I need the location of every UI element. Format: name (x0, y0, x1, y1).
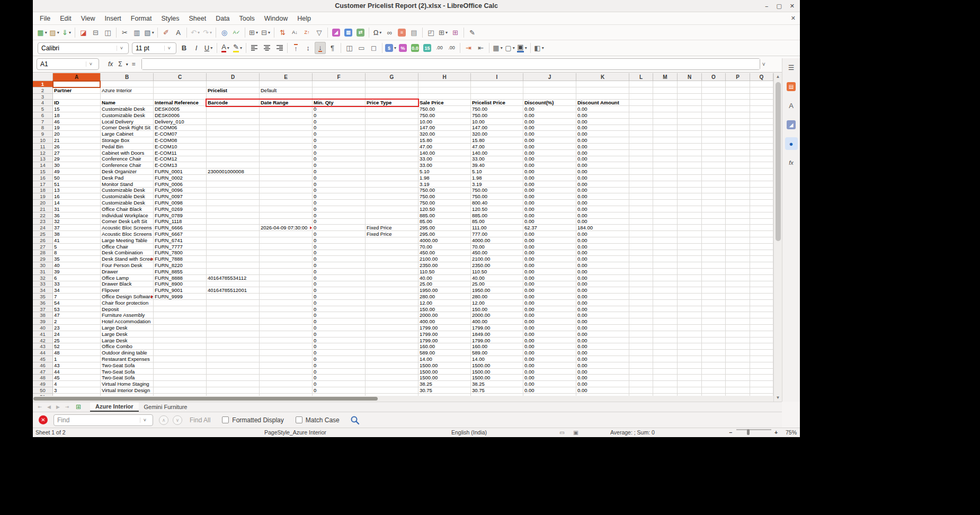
cell[interactable] (678, 250, 702, 256)
styles-icon[interactable]: A (785, 99, 798, 112)
cell[interactable]: 0 (313, 188, 366, 194)
cell[interactable]: 0.00 (576, 369, 629, 375)
cell[interactable] (207, 375, 260, 381)
cell[interactable] (726, 112, 750, 119)
formatted-display-checkbox[interactable] (222, 416, 229, 423)
cell[interactable] (260, 262, 313, 269)
cell[interactable]: 0.00 (523, 269, 576, 275)
cell[interactable]: 2350.00 (471, 262, 523, 269)
cell[interactable]: FURN_0098 (154, 200, 207, 206)
insert-image-icon[interactable]: ◢ (331, 26, 342, 39)
cell[interactable] (750, 306, 773, 313)
cell[interactable]: 0.00 (523, 318, 576, 325)
cell[interactable]: 0 (313, 137, 366, 144)
close-icon[interactable]: ✕ (790, 3, 795, 10)
font-name-dropdown-icon[interactable]: ˅ (117, 46, 126, 51)
cell[interactable] (653, 262, 678, 269)
cell[interactable] (366, 193, 418, 200)
cell[interactable]: 0.00 (523, 250, 576, 256)
cell[interactable] (260, 325, 313, 331)
cell[interactable]: 1500.00 (418, 362, 471, 369)
row-header[interactable]: 7 (33, 119, 53, 125)
cell[interactable]: 0.00 (523, 375, 576, 381)
cell[interactable]: FURN_9999 (154, 294, 207, 300)
cell[interactable] (726, 318, 750, 325)
cell[interactable]: 400.00 (418, 318, 471, 325)
cell[interactable] (726, 137, 750, 144)
save-icon[interactable]: ⇓▾ (61, 26, 72, 39)
cell[interactable]: 0 (313, 287, 366, 294)
cell[interactable] (260, 112, 313, 119)
cell[interactable] (702, 100, 726, 106)
cell[interactable] (260, 168, 313, 175)
cell[interactable]: 38 (53, 231, 101, 237)
cell[interactable] (726, 225, 750, 231)
cell[interactable] (154, 375, 207, 381)
cell[interactable] (702, 231, 726, 237)
cell[interactable]: 0.00 (576, 325, 629, 331)
cell[interactable]: 0 (313, 112, 366, 119)
cell[interactable] (366, 125, 418, 131)
cell[interactable]: Sale Price (418, 100, 471, 106)
menu-data[interactable]: Data (211, 15, 234, 22)
row-header[interactable]: 35 (33, 294, 53, 300)
underline-icon[interactable]: U▾ (203, 42, 214, 54)
cell[interactable]: 4000.00 (471, 237, 523, 244)
cell[interactable] (629, 237, 653, 244)
cell[interactable] (207, 94, 260, 100)
cell[interactable]: 140.00 (471, 150, 523, 156)
cell[interactable] (678, 269, 702, 275)
cell[interactable]: 2300001000008 (207, 168, 260, 175)
cell[interactable]: 147.00 (471, 125, 523, 131)
cell[interactable] (207, 200, 260, 206)
cell[interactable] (629, 219, 653, 225)
spelling-icon[interactable]: A✓ (231, 26, 242, 39)
cell[interactable]: 0.00 (576, 125, 629, 131)
cell[interactable] (653, 100, 678, 106)
cell[interactable]: 6 (53, 275, 101, 281)
cell[interactable]: 31 (53, 206, 101, 212)
row-header[interactable]: 21 (33, 206, 53, 212)
cell[interactable] (653, 294, 678, 300)
cell[interactable]: 0 (313, 338, 366, 344)
border-style-icon[interactable]: ▢▾ (504, 42, 515, 54)
cell[interactable] (678, 256, 702, 262)
cell[interactable]: 0 (313, 269, 366, 275)
cell[interactable]: 10.00 (418, 119, 471, 125)
cell[interactable]: 14 (53, 200, 101, 206)
cell[interactable] (207, 112, 260, 119)
cell[interactable]: Drawer Black (101, 281, 154, 288)
cell[interactable]: 885.00 (418, 212, 471, 219)
cell[interactable]: Office Combo (101, 343, 154, 350)
cell[interactable]: 0 (313, 256, 366, 262)
cell[interactable]: 5 (53, 244, 101, 250)
cell[interactable] (629, 250, 653, 256)
cell[interactable]: 2026-04-09 07:30:00 (260, 225, 313, 231)
zoom-out-icon[interactable]: − (729, 429, 732, 436)
cell[interactable] (629, 94, 653, 100)
cell[interactable]: 0.00 (576, 387, 629, 394)
row-header[interactable]: 25 (33, 231, 53, 237)
cell[interactable] (750, 188, 773, 194)
cell[interactable]: 48 (53, 350, 101, 356)
find-all-button[interactable]: Find All (190, 416, 210, 424)
cell[interactable]: 0.00 (523, 312, 576, 318)
zoom-slider[interactable] (736, 429, 771, 430)
cell[interactable]: 0.00 (523, 369, 576, 375)
cell[interactable] (726, 156, 750, 163)
cell[interactable] (260, 237, 313, 244)
cell[interactable]: 750.00 (471, 112, 523, 119)
cell[interactable]: 750.00 (418, 193, 471, 200)
cell[interactable]: 0 (313, 244, 366, 250)
cell[interactable]: 35 (53, 256, 101, 262)
cell[interactable]: 1.98 (471, 175, 523, 181)
vertical-scrollbar[interactable]: ▲ ▼ (773, 73, 782, 402)
cell[interactable] (678, 237, 702, 244)
cell[interactable] (260, 250, 313, 256)
cell[interactable]: 0.00 (576, 162, 629, 168)
cell[interactable]: 0 (313, 119, 366, 125)
cell[interactable] (678, 381, 702, 387)
cell[interactable]: 0.00 (576, 338, 629, 344)
column-header[interactable]: F (313, 73, 366, 81)
cell[interactable] (702, 200, 726, 206)
